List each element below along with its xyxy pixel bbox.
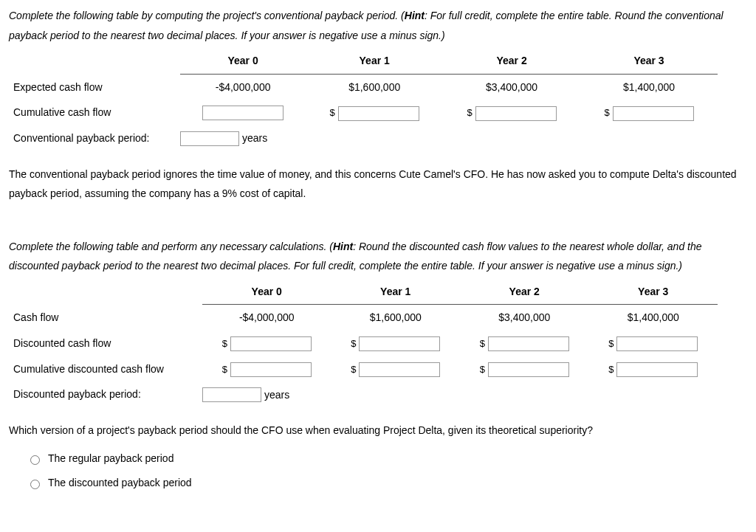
expected-cf-y1: $1,600,000: [306, 74, 443, 100]
cumulative-cf-y1-input[interactable]: [338, 106, 419, 121]
discounted-cf-y3-input[interactable]: [616, 336, 698, 351]
radio-regular-label: The regular payback period: [48, 446, 173, 471]
instruction-discounted: Complete the following table and perform…: [9, 237, 747, 276]
cumulative-cf-y2-input[interactable]: [475, 106, 557, 121]
table-row: Cash flow -$4,000,000 $1,600,000 $3,400,…: [9, 305, 718, 331]
discounted-cf-y0-input[interactable]: [230, 336, 312, 351]
expected-cash-flow-label: Expected cash flow: [9, 74, 180, 100]
radio-discounted[interactable]: [30, 480, 40, 489]
radio-group: The regular payback period The discounte…: [9, 446, 747, 496]
table-row: Cumulative discounted cash flow $ $ $ $: [9, 356, 718, 382]
cumulative-cf-label: Cumulative cash flow: [9, 100, 180, 125]
expected-cf-y2: $3,400,000: [443, 74, 580, 100]
col-year0: Year 0: [180, 48, 306, 74]
table-row: Conventional payback period: years: [9, 125, 718, 151]
cf-y2: $3,400,000: [460, 305, 589, 331]
instruction-conventional: Complete the following table by computin…: [9, 6, 747, 45]
expected-cf-y0: -$4,000,000: [180, 74, 306, 100]
cumulative-cf-y3-input[interactable]: [613, 106, 694, 121]
years-unit: years: [242, 128, 267, 148]
col-year2: Year 2: [443, 48, 580, 74]
conventional-period-input[interactable]: [180, 131, 239, 146]
col-year2: Year 2: [460, 279, 589, 305]
cf-y0: -$4,000,000: [202, 305, 331, 331]
cum-discounted-cf-y0-input[interactable]: [230, 362, 312, 377]
cumulative-cf-y0-input[interactable]: [202, 106, 284, 120]
discounted-cf-y2-input[interactable]: [488, 336, 569, 351]
radio-discounted-label: The discounted payback period: [48, 471, 192, 496]
table-row: Expected cash flow -$4,000,000 $1,600,00…: [9, 74, 718, 100]
cf-y1: $1,600,000: [331, 305, 461, 331]
table-row: Cumulative cash flow $ $ $: [9, 100, 718, 125]
question-text: Which version of a project's payback per…: [9, 421, 747, 441]
discounted-period-input[interactable]: [202, 387, 261, 402]
expected-cf-y3: $1,400,000: [580, 74, 718, 100]
table-row: Discounted cash flow $ $ $ $: [9, 331, 718, 356]
discounted-table: Year 0 Year 1 Year 2 Year 3 Cash flow -$…: [9, 279, 718, 407]
col-year3: Year 3: [589, 279, 718, 305]
cumulative-discounted-cf-label: Cumulative discounted cash flow: [9, 356, 202, 382]
col-year0: Year 0: [202, 279, 331, 305]
discounted-period-label: Discounted payback period:: [9, 381, 202, 407]
cum-discounted-cf-y2-input[interactable]: [488, 362, 569, 377]
col-year1: Year 1: [331, 279, 461, 305]
conventional-period-label: Conventional payback period:: [9, 125, 180, 151]
col-year3: Year 3: [580, 48, 718, 74]
col-year1: Year 1: [306, 48, 443, 74]
discounted-cf-y1-input[interactable]: [359, 336, 440, 351]
years-unit: years: [264, 385, 289, 405]
table-row: Discounted payback period: years: [9, 381, 718, 407]
cash-flow-label: Cash flow: [9, 305, 202, 331]
discounted-cf-label: Discounted cash flow: [9, 331, 202, 356]
conventional-table: Year 0 Year 1 Year 2 Year 3 Expected cas…: [9, 48, 718, 151]
para-discounted-intro: The conventional payback period ignores …: [9, 165, 747, 204]
cum-discounted-cf-y3-input[interactable]: [616, 362, 698, 377]
cum-discounted-cf-y1-input[interactable]: [359, 362, 440, 377]
cf-y3: $1,400,000: [589, 305, 718, 331]
radio-regular[interactable]: [30, 455, 40, 465]
